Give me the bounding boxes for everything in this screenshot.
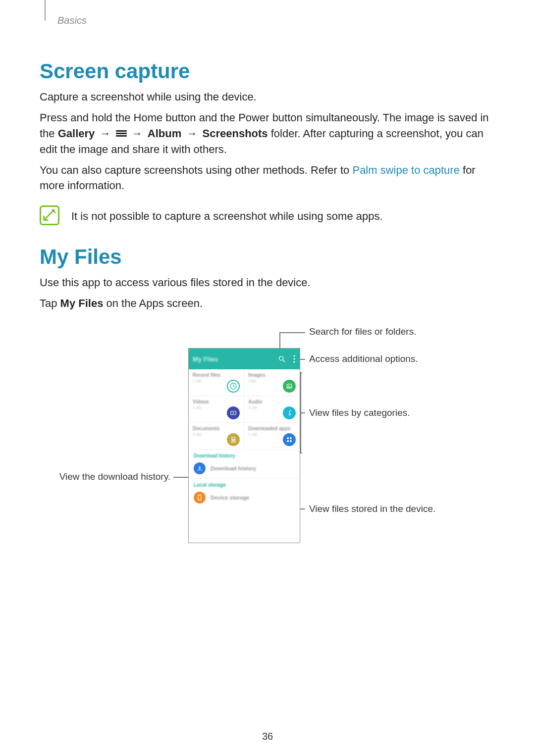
mf-p2-bold: My Files (60, 297, 104, 309)
my-files-figure: Search for files or folders. Access addi… (40, 326, 495, 559)
svg-point-2 (293, 355, 295, 357)
svg-rect-9 (287, 437, 289, 439)
image-icon (283, 380, 296, 393)
connector (279, 332, 305, 333)
connector (300, 453, 302, 454)
cat-recent[interactable]: Recent files 1.2M (189, 369, 244, 396)
svg-line-1 (283, 360, 285, 362)
svg-point-7 (288, 385, 289, 386)
page-content: Screen capture Capture a screenshot whil… (40, 59, 495, 559)
manual-page: Basics Screen capture Capture a screensh… (0, 0, 535, 756)
note-text: It is not possible to capture a screensh… (71, 205, 383, 224)
phone-header: My Files (189, 349, 300, 369)
download-history-head: Download history (189, 450, 300, 459)
video-icon (227, 406, 240, 419)
callout-more: Access additional options. (309, 353, 418, 365)
mf-p2: Tap My Files on the Apps screen. (40, 296, 495, 311)
phone-mock: My Files Recent files 1.2M (188, 348, 300, 543)
download-history-row[interactable]: Download history (189, 459, 300, 479)
sc-gallery: Gallery (58, 127, 95, 140)
clock-icon (227, 380, 240, 393)
svg-rect-10 (290, 437, 292, 439)
cat-documents[interactable]: Documents 0.1M (189, 423, 244, 450)
note-icon (40, 205, 59, 225)
link-palm-swipe[interactable]: Palm swipe to capture (352, 164, 459, 176)
menu-icon (116, 129, 127, 138)
mf-p1: Use this app to access various files sto… (40, 275, 495, 291)
heading-my-files: My Files (40, 245, 495, 269)
svg-rect-12 (290, 440, 292, 442)
connector (300, 412, 305, 413)
categories-grid[interactable]: Recent files 1.2M Images 72M (189, 369, 300, 450)
more-icon[interactable] (293, 355, 296, 363)
heading-screen-capture: Screen capture (40, 59, 495, 83)
sc-screenshots: Screenshots (203, 127, 268, 140)
callout-download: View the download history. (56, 471, 170, 483)
connector (300, 372, 301, 453)
arrow-icon: → (98, 127, 112, 140)
audio-icon (283, 406, 296, 419)
svg-point-4 (293, 361, 295, 363)
mf-p2a: Tap (40, 297, 60, 309)
cat-audio[interactable]: Audio 3.1M (244, 396, 300, 423)
svg-point-0 (279, 356, 283, 360)
download-icon (194, 462, 206, 474)
arrow-icon: → (130, 127, 145, 140)
section-tag: Basics (57, 15, 87, 26)
top-rule (45, 0, 46, 21)
callout-search: Search for files or folders. (309, 326, 416, 338)
svg-rect-11 (287, 440, 289, 442)
sc-album: Album (148, 127, 181, 140)
page-number: 36 (0, 731, 535, 742)
sc-p3a: You can also capture screenshots using o… (40, 164, 352, 176)
connector (173, 477, 188, 478)
device-storage-row[interactable]: Device storage (189, 489, 300, 507)
phone-title: My Files (193, 355, 218, 363)
document-icon (227, 433, 240, 446)
sc-p3: You can also capture screenshots using o… (40, 162, 495, 194)
search-icon[interactable] (278, 355, 286, 363)
cat-videos[interactable]: Videos 1.2G (189, 396, 244, 423)
sc-p1: Capture a screenshot while using the dev… (40, 89, 495, 105)
cat-downloaded-apps[interactable]: Downloaded apps 1.1M (244, 423, 300, 450)
mf-p2b: on the Apps screen. (107, 297, 203, 309)
callout-categories: View files by categories. (309, 407, 410, 419)
cat-images[interactable]: Images 72M (244, 369, 300, 396)
apps-icon (283, 433, 296, 446)
arrow-icon: → (184, 127, 199, 140)
sc-p2: Press and hold the Home button and the P… (40, 110, 495, 157)
note-row: It is not possible to capture a screensh… (40, 205, 495, 225)
svg-point-3 (293, 358, 295, 360)
connector (300, 372, 302, 373)
local-storage-head: Local storage (189, 479, 300, 489)
svg-point-14 (199, 499, 200, 500)
callout-storage: View files stored in the device. (309, 504, 435, 515)
storage-icon (194, 492, 206, 504)
